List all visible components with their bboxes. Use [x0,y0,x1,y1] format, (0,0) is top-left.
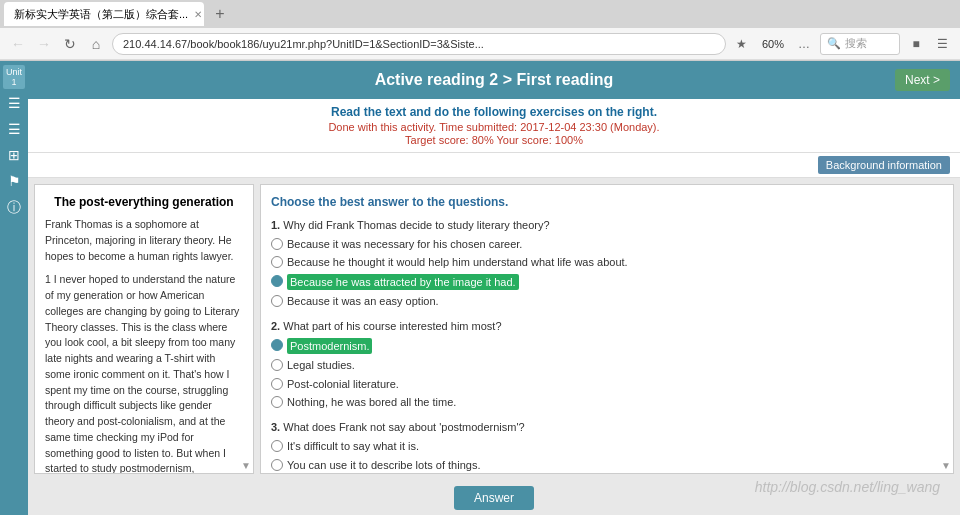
search-icon: 🔍 [827,37,841,50]
q1-radio-c[interactable] [271,275,283,287]
bookmark-icon[interactable]: ★ [732,34,752,54]
q3-option-a[interactable]: It's difficult to say what it is. [271,439,943,453]
q2-option-b[interactable]: Legal studies. [271,358,943,372]
questions-title: Choose the best answer to the questions. [271,195,943,209]
search-placeholder: 搜索 [845,36,867,51]
q2-radio-b[interactable] [271,359,283,371]
reading-panel: The post-everything generation Frank Tho… [34,184,254,474]
new-tab-button[interactable]: + [208,2,232,26]
answer-bar: Answer [28,480,960,515]
q1-option-c[interactable]: Because he was attracted by the image it… [271,274,943,290]
browser-chrome: 新标实大学英语（第二版）综合套... ✕ + ← → ↻ ⌂ 210.44.14… [0,0,960,61]
back-button[interactable]: ← [8,34,28,54]
page-title: Active reading 2 > First reading [375,71,614,89]
q2-label-d: Nothing, he was bored all the time. [287,395,456,409]
flag-icon[interactable]: ⚑ [8,169,21,193]
q2-option-a[interactable]: Postmodernism. [271,338,943,354]
q2-label-b: Legal studies. [287,358,355,372]
reading-text: Frank Thomas is a sophomore at Princeton… [45,217,243,474]
question-3: 3. What does Frank not say about 'postmo… [271,421,943,474]
score-text: Target score: 80% Your score: 100% [34,134,954,146]
menu-icon[interactable]: ☰ [932,34,952,54]
search-box[interactable]: 🔍 搜索 [820,33,900,55]
q2-label-a: Postmodernism. [287,338,372,354]
reading-para-0: Frank Thomas is a sophomore at Princeton… [45,217,243,264]
extensions-icon[interactable]: ■ [906,34,926,54]
status-text: Done with this activity. Time submitted:… [34,121,954,133]
q2-radio-a[interactable] [271,339,283,351]
q2-radio-d[interactable] [271,396,283,408]
q1-option-a[interactable]: Because it was necessary for his chosen … [271,237,943,251]
zoom-level: 60% [758,38,788,50]
q2-option-d[interactable]: Nothing, he was bored all the time. [271,395,943,409]
q1-option-b[interactable]: Because he thought it would help him und… [271,255,943,269]
question-1-num: 1. [271,219,280,231]
scroll-down-arrow[interactable]: ▼ [241,460,251,471]
browser-tab[interactable]: 新标实大学英语（第二版）综合套... ✕ [4,2,204,26]
q3-radio-b[interactable] [271,459,283,471]
q3-label-a: It's difficult to say what it is. [287,439,419,453]
q2-option-c[interactable]: Post-colonial literature. [271,377,943,391]
q3-option-b[interactable]: You can use it to describe lots of thing… [271,458,943,472]
q1-label-d: Because it was an easy option. [287,294,439,308]
main-content: Active reading 2 > First reading Next > … [28,61,960,515]
content-area: The post-everything generation Frank Tho… [28,178,960,480]
tab-close-icon[interactable]: ✕ [194,9,202,20]
info-sidebar-icon[interactable]: ⓘ [7,195,21,221]
question-1-body: Why did Frank Thomas decide to study lit… [283,219,549,231]
question-3-body: What does Frank not say about 'postmoder… [283,421,524,433]
q1-radio-d[interactable] [271,295,283,307]
app-container: Unit 1 ☰ ☰ ⊞ ⚑ ⓘ Active reading 2 > Firs… [0,61,960,515]
question-3-num: 3. [271,421,280,433]
home-button[interactable]: ⌂ [86,34,106,54]
menu-sidebar-icon[interactable]: ☰ [8,91,21,115]
question-2-text: 2. What part of his course interested hi… [271,320,943,332]
questions-panel: Choose the best answer to the questions.… [260,184,954,474]
q1-radio-a[interactable] [271,238,283,250]
answer-button[interactable]: Answer [454,486,534,510]
grid-icon[interactable]: ⊞ [8,143,20,167]
reading-para-1: 1 I never hoped to understand the nature… [45,272,243,474]
q1-label-a: Because it was necessary for his chosen … [287,237,522,251]
q2-radio-c[interactable] [271,378,283,390]
question-2-num: 2. [271,320,280,332]
questions-scroll-down[interactable]: ▼ [941,460,951,471]
question-1: 1. Why did Frank Thomas decide to study … [271,219,943,308]
question-3-text: 3. What does Frank not say about 'postmo… [271,421,943,433]
tab-title: 新标实大学英语（第二版）综合套... [14,7,188,22]
tab-bar: 新标实大学英语（第二版）综合套... ✕ + [0,0,960,28]
settings-icon[interactable]: … [794,34,814,54]
reading-title: The post-everything generation [45,195,243,209]
refresh-button[interactable]: ↻ [60,34,80,54]
list-icon[interactable]: ☰ [8,117,21,141]
nav-bar: ← → ↻ ⌂ 210.44.14.67/book/book186/uyu21m… [0,28,960,60]
background-info-button[interactable]: Background information [818,156,950,174]
forward-button[interactable]: → [34,34,54,54]
q1-label-c: Because he was attracted by the image it… [287,274,519,290]
question-2: 2. What part of his course interested hi… [271,320,943,409]
q2-label-c: Post-colonial literature. [287,377,399,391]
page-header: Active reading 2 > First reading Next > [28,61,960,99]
q1-radio-b[interactable] [271,256,283,268]
q1-option-d[interactable]: Because it was an easy option. [271,294,943,308]
info-bar: Read the text and do the following exerc… [28,99,960,153]
bg-info-bar: Background information [28,153,960,178]
next-button[interactable]: Next > [895,69,950,91]
address-text: 210.44.14.67/book/book186/uyu21mr.php?Un… [123,38,484,50]
instruction-text: Read the text and do the following exerc… [34,105,954,119]
question-1-text: 1. Why did Frank Thomas decide to study … [271,219,943,231]
q1-label-b: Because he thought it would help him und… [287,255,628,269]
address-bar[interactable]: 210.44.14.67/book/book186/uyu21mr.php?Un… [112,33,726,55]
unit-button[interactable]: Unit 1 [3,65,25,89]
q3-label-b: You can use it to describe lots of thing… [287,458,480,472]
question-2-body: What part of his course interested him m… [283,320,501,332]
left-sidebar: Unit 1 ☰ ☰ ⊞ ⚑ ⓘ [0,61,28,515]
q3-radio-a[interactable] [271,440,283,452]
